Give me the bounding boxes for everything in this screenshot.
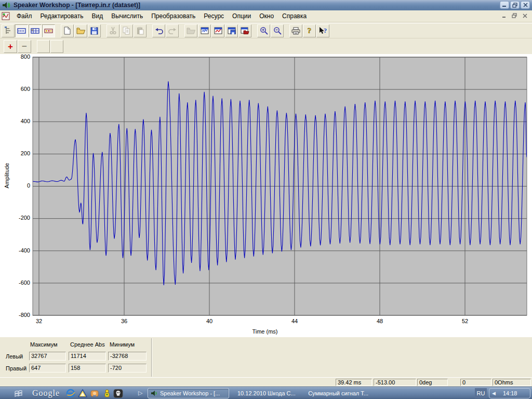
y-tick-600: 600 — [6, 86, 30, 92]
plus-icon: + — [8, 41, 13, 52]
help-icon: ? — [307, 26, 312, 35]
notebook-grid-icon — [31, 28, 39, 34]
chart-window-icon — [201, 27, 209, 34]
stats-header-max: Максимум — [30, 341, 58, 348]
svg-text:?: ? — [324, 26, 327, 34]
open-folder-icon — [76, 27, 86, 34]
blank-button-2[interactable] — [50, 40, 63, 53]
chart-folder-button[interactable] — [238, 24, 251, 37]
zoom-out-icon — [273, 26, 282, 35]
task-folder-shkoda[interactable]: 10.12.2010 Шкода С... — [233, 388, 298, 398]
x-tick-40: 40 — [199, 318, 220, 324]
paste-icon — [137, 26, 144, 35]
task-label: Суммарный сигнал Т... — [308, 390, 368, 396]
menu-view[interactable]: Вид — [87, 11, 107, 21]
x-tick-52: 52 — [455, 318, 475, 324]
print-icon — [291, 27, 300, 35]
menu-file[interactable]: Файл — [12, 11, 36, 21]
context-help-icon: ? — [318, 26, 327, 35]
panel-divider — [151, 338, 152, 377]
x-axis-label: Time (ms) — [223, 328, 307, 335]
taskbar: Google ▷ — [0, 387, 532, 399]
y-tick-800: 800 — [6, 54, 30, 60]
chart-line-button[interactable] — [211, 24, 224, 37]
increase-button[interactable]: + — [4, 40, 17, 53]
stats-header-min: Минимум — [110, 341, 135, 348]
notebook-grid-button[interactable] — [29, 24, 42, 37]
minimize-button[interactable] — [500, 1, 509, 9]
save-button[interactable] — [88, 24, 101, 37]
undo-button[interactable] — [152, 24, 165, 37]
status-bar: 39.42 ms -513.00 0deg 0 0Ohms — [0, 377, 532, 387]
close-icon — [523, 3, 528, 7]
value-bar-button[interactable] — [42, 24, 55, 37]
notebook-bar-icon — [17, 28, 26, 34]
mdi-restore-button[interactable] — [510, 12, 518, 19]
task-summary-signal[interactable]: Суммарный сигнал Т... — [303, 388, 371, 398]
y-tick-200: 200 — [6, 150, 30, 156]
delphi-triangle-icon[interactable] — [77, 389, 87, 398]
stats-row-left-label: Левый — [6, 353, 23, 360]
zoom-out-button[interactable] — [271, 24, 284, 37]
print-button[interactable] — [289, 24, 302, 37]
save-icon — [90, 27, 98, 35]
notebook-bar-button[interactable] — [15, 24, 28, 37]
internet-explorer-icon[interactable] — [65, 389, 75, 398]
status-degrees: 0deg — [417, 379, 448, 386]
value-bar-icon — [44, 28, 53, 34]
mdi-close-icon — [523, 14, 527, 18]
chart-window-button[interactable] — [198, 24, 211, 37]
menu-edit[interactable]: Редактировать — [36, 11, 88, 21]
blank-button-1[interactable] — [37, 40, 50, 53]
quicklaunch-more-chevron[interactable]: ▷ — [138, 390, 142, 396]
zoom-in-button[interactable] — [257, 24, 270, 37]
menu-options[interactable]: Опции — [228, 11, 255, 21]
tray-hide-icons-arrow[interactable]: ◀ — [492, 391, 496, 396]
status-ohms: 0Ohms — [493, 379, 531, 386]
mdi-close-button[interactable] — [521, 12, 529, 19]
menu-help[interactable]: Справка — [278, 11, 311, 21]
right-min-value: -720 — [108, 364, 147, 373]
paste-button — [134, 24, 147, 37]
tree-view-button[interactable] — [2, 24, 15, 37]
speaker-app-icon — [2, 2, 10, 9]
windows-flag-icon[interactable] — [14, 389, 23, 398]
qip-yellow-icon[interactable] — [102, 389, 112, 398]
skull-app-icon[interactable] — [113, 389, 123, 398]
language-indicator[interactable]: RU — [475, 388, 487, 398]
title-bar: Speaker Workshop - [Твитер.in.r (dataset… — [0, 0, 532, 10]
google-deskbar-logo[interactable]: Google — [32, 389, 60, 398]
status-zero: 0 — [460, 379, 491, 386]
chart-line-icon — [214, 27, 222, 34]
y-tick-m800: -800 — [6, 312, 30, 318]
redo-button — [166, 24, 179, 37]
context-help-button[interactable]: ? — [316, 24, 329, 37]
chart-plot-area[interactable] — [0, 54, 532, 337]
cut-button — [107, 24, 119, 37]
chart-save-button[interactable] — [225, 24, 238, 37]
menu-window[interactable]: Окно — [255, 11, 278, 21]
new-document-icon — [64, 26, 71, 35]
menu-transform[interactable]: Преобразовать — [147, 11, 200, 21]
decrease-button[interactable]: − — [18, 40, 31, 53]
restore-icon — [512, 3, 518, 8]
window-title: Speaker Workshop - [Твитер.in.r (dataset… — [14, 2, 140, 9]
help-button[interactable]: ? — [303, 24, 316, 37]
menu-resource[interactable]: Ресурс — [200, 11, 228, 21]
close-button[interactable] — [521, 1, 530, 9]
y-tick-0: 0 — [6, 182, 30, 189]
new-document-button[interactable] — [61, 24, 74, 37]
copy-button — [120, 24, 133, 37]
restore-button[interactable] — [510, 1, 520, 9]
y-tick-400: 400 — [6, 118, 30, 124]
menu-calculate[interactable]: Вычислить — [107, 11, 147, 21]
minus-icon: − — [22, 41, 27, 52]
mdi-minimize-button[interactable] — [500, 12, 508, 19]
orange-app-icon[interactable] — [89, 389, 99, 398]
x-tick-48: 48 — [369, 318, 390, 324]
open-folder-button[interactable] — [74, 24, 87, 37]
task-speaker-workshop[interactable]: Speaker Workshop - [... — [148, 388, 229, 398]
menu-bar: Файл Редактировать Вид Вычислить Преобра… — [0, 10, 532, 22]
speaker-workshop-screen: { "window": { "title": "Speaker Workshop… — [0, 0, 532, 399]
zoom-in-icon — [260, 26, 268, 35]
